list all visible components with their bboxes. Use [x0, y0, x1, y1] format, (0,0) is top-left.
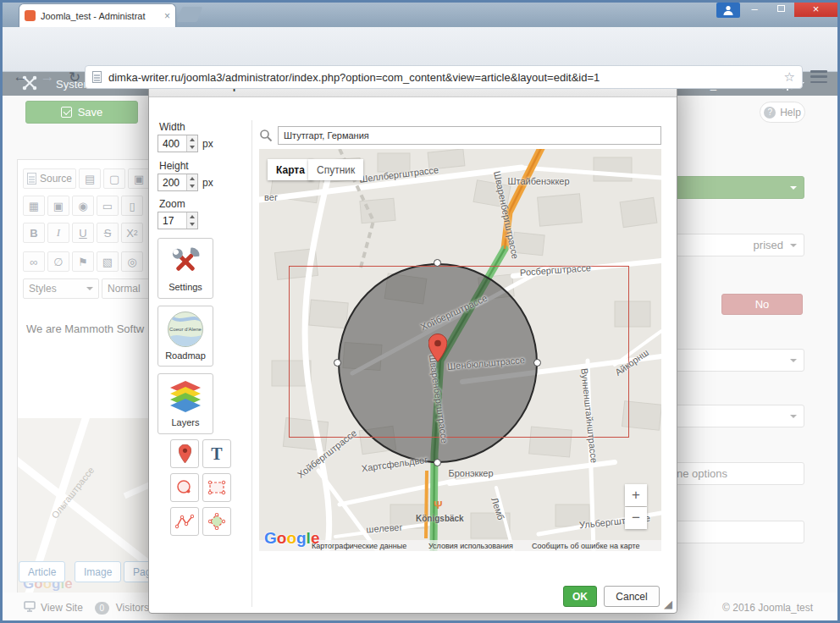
rectangle-tool-icon	[207, 480, 226, 495]
street-label: Бронэккер	[448, 468, 493, 478]
height-unit: px	[202, 177, 213, 189]
street-label: вег	[264, 192, 278, 202]
stepper-arrows-icon[interactable]	[186, 135, 197, 152]
divider	[251, 120, 252, 607]
terms-link[interactable]: Условия использования	[428, 542, 513, 550]
map-search-input[interactable]	[278, 126, 661, 145]
width-field-row: px	[158, 135, 213, 152]
forward-button[interactable]: →	[36, 65, 59, 89]
width-unit: px	[202, 138, 213, 150]
satellite-type-button[interactable]: Спутник	[308, 159, 363, 180]
report-error-link[interactable]: Сообщить об ошибке на карте	[532, 542, 639, 550]
layers-label: Layers	[171, 417, 199, 427]
back-button[interactable]: ←	[8, 65, 32, 89]
stepper-arrows-icon[interactable]	[186, 174, 197, 190]
tab-close-icon[interactable]: ×	[164, 10, 170, 22]
favicon-icon	[25, 10, 36, 21]
browser-menu-icon[interactable]	[810, 70, 827, 83]
refresh-button[interactable]: ↻	[63, 65, 86, 89]
browser-tab[interactable]: Joomla_test - Administrat ×	[19, 3, 176, 27]
map-type-button[interactable]: Карта	[268, 159, 313, 180]
globe-icon: Coeur d'Alene	[168, 312, 203, 347]
polyline-tool-button[interactable]	[170, 507, 199, 536]
map-search-row	[259, 125, 661, 146]
map-rect-selection[interactable]	[289, 266, 629, 438]
height-field-row: px	[158, 174, 213, 191]
settings-label: Settings	[169, 282, 202, 292]
zoom-in-button[interactable]: +	[625, 484, 647, 506]
roadmap-button[interactable]: Coeur d'Alene Roadmap	[158, 306, 213, 367]
map-canvas[interactable]: Шеллбергштрассе Штайбенэккер Шваренбергш…	[259, 149, 661, 551]
url-text[interactable]: dimka-writer.ru/joomla3/administrator/in…	[108, 71, 777, 84]
selection-handle-south[interactable]	[434, 459, 441, 466]
search-icon[interactable]	[259, 129, 273, 142]
marker-icon	[179, 444, 191, 463]
ok-button[interactable]: OK	[563, 586, 597, 607]
circle-tool-button[interactable]	[170, 473, 199, 502]
selection-handle-east[interactable]	[533, 359, 541, 367]
polygon-tool-icon	[208, 513, 225, 530]
text-tool-button[interactable]: T	[202, 439, 231, 468]
stepper-arrows-icon[interactable]	[186, 212, 197, 229]
map-marker-icon[interactable]	[428, 334, 447, 366]
layers-button[interactable]: Layers	[158, 373, 213, 434]
address-bar[interactable]: dimka-writer.ru/joomla3/administrator/in…	[85, 65, 803, 89]
roadmap-label: Roadmap	[165, 350, 206, 361]
maximize-button[interactable]	[767, 0, 794, 17]
layers-icon	[169, 380, 202, 414]
zoom-label: Zoom	[159, 198, 185, 210]
rectangle-tool-button[interactable]	[202, 473, 231, 502]
person-icon	[722, 4, 734, 16]
width-stepper[interactable]	[158, 135, 198, 152]
map-data-attribution: Картографические данные	[312, 542, 406, 550]
tools-icon	[169, 245, 202, 278]
globe-text: Coeur d'Alene	[169, 327, 202, 333]
selection-handle-west[interactable]	[334, 359, 341, 367]
zoom-out-button[interactable]: −	[625, 507, 647, 529]
tab-title: Joomla_test - Administrat	[41, 11, 159, 21]
page-icon	[92, 71, 102, 83]
restaurant-icon: Ψ	[434, 499, 443, 511]
zoom-field-row	[158, 212, 198, 229]
insert-map-dialog: Insert new map × Width px Height px Zoom	[148, 72, 677, 614]
minimize-button[interactable]: –	[742, 0, 767, 17]
cancel-button[interactable]: Cancel	[604, 586, 660, 607]
poi-label: Königsbäck	[416, 514, 464, 523]
profile-icon[interactable]	[716, 3, 740, 18]
height-stepper[interactable]	[158, 174, 198, 191]
width-label: Width	[159, 121, 185, 133]
zoom-stepper[interactable]	[158, 212, 198, 229]
browser-window: Joomla_test - Administrat × – × ← → ↻ di…	[0, 0, 840, 623]
marker-tool-button[interactable]	[170, 439, 199, 468]
height-label: Height	[159, 160, 189, 172]
circle-tool-icon	[176, 479, 193, 496]
maximize-icon	[777, 5, 785, 12]
close-button[interactable]: ×	[794, 0, 837, 17]
selection-handle-north[interactable]	[434, 259, 441, 267]
title-bar: Joomla_test - Administrat × – ×	[0, 0, 840, 27]
street-label: Штайбенэккер	[507, 176, 569, 186]
new-tab-button[interactable]	[177, 7, 203, 22]
bookmark-star-icon[interactable]: ☆	[784, 69, 795, 85]
resize-handle-icon[interactable]	[664, 598, 677, 611]
polygon-tool-button[interactable]	[202, 507, 231, 536]
browser-toolbar: ← → ↻ dimka-writer.ru/joomla3/administra…	[0, 27, 840, 72]
settings-button[interactable]: Settings	[158, 238, 213, 299]
polyline-tool-icon	[175, 514, 194, 529]
